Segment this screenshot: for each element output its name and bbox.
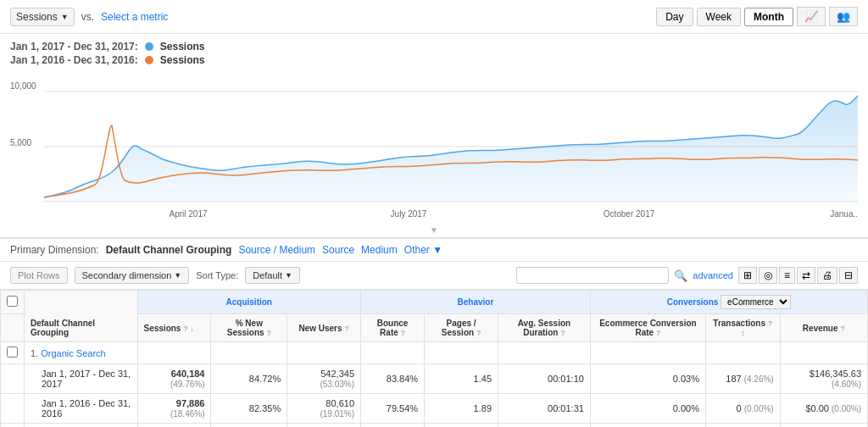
secondary-dim-arrow: ▼: [174, 271, 181, 280]
sessions-sort-icon[interactable]: ↓: [190, 324, 194, 333]
col-pct-new: % New Sessions ?: [211, 314, 287, 342]
organic-search-link[interactable]: Organic Search: [41, 348, 105, 358]
metric-label: Sessions: [16, 11, 58, 23]
col-transactions: Transactions ? ↕: [705, 314, 780, 342]
legend-dot-2016: [145, 56, 153, 64]
expand-handle[interactable]: ▼: [0, 223, 868, 238]
r1-trans: [705, 342, 780, 364]
subrow1-date: Jan 1, 2017 - Dec 31, 2017: [25, 364, 138, 394]
col-revenue: Revenue ?: [780, 314, 867, 342]
subrow1-revenue: $146,345.63 (4.60%): [780, 364, 867, 394]
r1-bounce: [361, 342, 425, 364]
sort-arrow-icon: ▼: [285, 271, 292, 280]
new-users-help-icon: ?: [344, 324, 349, 333]
subrow3-duration: -23.63%: [498, 424, 591, 428]
subrow3-trans: ∞%: [705, 424, 780, 428]
compare-view-icon[interactable]: ⇄: [797, 267, 815, 284]
subrow2-new-users: 80,610 (19.01%): [287, 394, 361, 424]
subrow3-new-users: 572.80%: [287, 424, 361, 428]
line-chart-icon-btn[interactable]: 📈: [797, 7, 826, 26]
col-sessions: Sessions ? ↓: [137, 314, 211, 342]
select-all-checkbox[interactable]: [1, 291, 25, 314]
chart-svg: April 2017 July 2017 October 2017 Janua.…: [10, 75, 858, 223]
r1-ecomm: [590, 342, 705, 364]
table-row: % Change 554.01% 2.87% 572.80% 5.41% -22…: [1, 424, 868, 428]
day-button[interactable]: Day: [656, 8, 693, 26]
secondary-dimension-dropdown[interactable]: Secondary dimension ▼: [75, 267, 190, 284]
dim-other[interactable]: Other ▼: [404, 244, 442, 256]
legend-metric-2017: Sessions: [160, 41, 205, 53]
r1-pct-new: [211, 342, 287, 364]
row1-checkbox[interactable]: [1, 342, 25, 364]
grid-view-icon[interactable]: ⊞: [738, 267, 757, 284]
pages-help-icon: ?: [476, 329, 481, 337]
subrow1-sessions: 640,184 (49.76%): [137, 364, 211, 394]
col-new-users: New Users ?: [287, 314, 361, 342]
r1-duration: [498, 342, 591, 364]
subrow2-sessions: 97,886 (18.46%): [137, 394, 211, 424]
subrow1-trans: 187 (4.26%): [705, 364, 780, 394]
subrow1-new-users: 542,345 (53.03%): [287, 364, 361, 394]
legend-dot-2017: [145, 42, 153, 51]
advanced-link[interactable]: advanced: [693, 270, 733, 280]
duration-help-icon: ?: [560, 329, 565, 337]
subrow2-pages: 1.89: [425, 394, 498, 424]
controls-right: 🔍 advanced ⊞ ◎ ≡ ⇄ 🖨 ⊟: [516, 267, 858, 284]
trans-sort-icon[interactable]: ↕: [741, 329, 745, 337]
bounce-help-icon: ?: [401, 329, 406, 337]
chart-container: 10,000 5,000 April 2017 July 2017 Octobe…: [0, 75, 868, 238]
col-header-grouping: Default Channel Grouping: [25, 291, 138, 342]
behavior-header: Behavior: [361, 291, 591, 314]
sort-default-dropdown[interactable]: Default ▼: [245, 267, 300, 284]
sort-type-label: Sort Type:: [196, 270, 238, 280]
header-group-row: Default Channel Grouping Acquisition Beh…: [1, 291, 868, 314]
col-avg-duration: Avg. Session Duration ?: [498, 314, 591, 342]
subrow2-trans: 0 (0.00%): [705, 394, 780, 424]
subrow3-date: % Change: [25, 424, 138, 428]
primary-dim-active[interactable]: Default Channel Grouping: [106, 244, 232, 256]
subrow2-bounce: 79.54%: [361, 394, 425, 424]
placeholder-th: [1, 314, 25, 342]
svg-text:Janua...: Janua...: [830, 209, 858, 219]
subrow2-ecomm: 0.00%: [590, 394, 705, 424]
svg-text:October 2017: October 2017: [604, 209, 655, 219]
conversions-dropdown[interactable]: eCommerce: [721, 295, 791, 309]
primary-dimension-bar: Primary Dimension: Default Channel Group…: [0, 238, 868, 262]
primary-dim-label: Primary Dimension:: [10, 244, 99, 256]
y-label-5000: 5,000: [10, 138, 31, 147]
user-group-icon-btn[interactable]: 👥: [829, 7, 858, 26]
dim-source[interactable]: Source: [322, 244, 354, 256]
sort-default-label: Default: [253, 270, 282, 280]
chart-area: 10,000 5,000 April 2017 July 2017 Octobe…: [0, 75, 868, 223]
top-bar-left: Sessions ▼ vs. Select a metric: [10, 8, 168, 26]
top-bar: Sessions ▼ vs. Select a metric Day Week …: [0, 0, 868, 34]
dim-source-medium[interactable]: Source / Medium: [238, 244, 315, 256]
subrow3-pct-new: 2.87%: [211, 424, 287, 428]
subrow3-pages: -22.91%: [425, 424, 498, 428]
dim-medium[interactable]: Medium: [361, 244, 398, 256]
vs-label: vs.: [81, 11, 94, 23]
month-button[interactable]: Month: [744, 8, 793, 26]
search-input[interactable]: [516, 267, 669, 284]
subrow2-pct-new: 82.35%: [211, 394, 287, 424]
plot-rows-button[interactable]: Plot Rows: [10, 267, 68, 284]
pie-view-icon[interactable]: ◎: [759, 267, 777, 284]
select-metric-link[interactable]: Select a metric: [101, 11, 168, 23]
week-button[interactable]: Week: [697, 8, 741, 26]
subrow1-duration: 00:01:10: [498, 364, 591, 394]
subrow2-revenue: $0.00 (0.00%): [780, 394, 867, 424]
print-view-icon[interactable]: 🖨: [817, 267, 837, 284]
bar-view-icon[interactable]: ≡: [779, 267, 795, 284]
pivot-view-icon[interactable]: ⊟: [839, 267, 858, 284]
r1-sessions: [137, 342, 211, 364]
subrow3-sessions: 554.01%: [137, 424, 211, 428]
top-bar-right: Day Week Month 📈 👥: [656, 7, 858, 26]
secondary-dim-label: Secondary dimension: [82, 270, 172, 280]
metric-dropdown[interactable]: Sessions ▼: [10, 8, 75, 26]
y-label-10000: 10,000: [10, 81, 36, 91]
trans-help-icon: ?: [768, 319, 773, 328]
revenue-help-icon: ?: [840, 324, 845, 333]
data-table: Default Channel Grouping Acquisition Beh…: [0, 290, 868, 427]
r1-new-users: [287, 342, 361, 364]
table-row: Jan 1, 2016 - Dec 31, 2016 97,886 (18.46…: [1, 394, 868, 424]
